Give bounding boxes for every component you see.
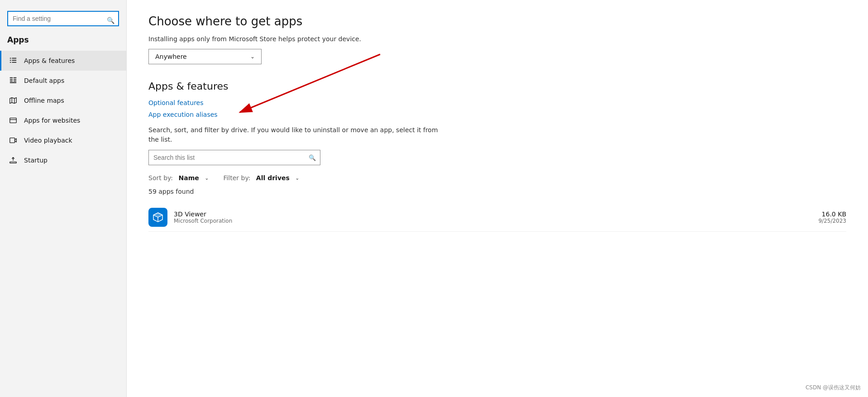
video-icon [9, 136, 18, 145]
sidebar-item-label: Video playback [24, 137, 72, 144]
sort-label: Sort by: [148, 174, 173, 182]
svg-rect-4 [10, 62, 11, 63]
svg-marker-17 [153, 213, 162, 217]
sidebar-item-label: Apps for websites [24, 117, 80, 124]
chevron-down-icon: ⌄ [250, 53, 255, 60]
filter-label: Filter by: [223, 174, 250, 182]
svg-rect-2 [10, 60, 11, 61]
svg-rect-9 [14, 77, 16, 78]
search-box-area: 🔍 [0, 7, 126, 35]
app-info: 3D Viewer Microsoft Corporation [174, 210, 812, 224]
app-date: 9/25/2023 [818, 218, 846, 224]
sidebar-item-video-playback[interactable]: Video playback [0, 130, 126, 150]
sort-chevron-icon: ⌄ [205, 175, 209, 181]
sidebar-item-offline-maps[interactable]: Offline maps [0, 91, 126, 110]
svg-rect-0 [10, 58, 11, 59]
apps-description: Search, sort, and filter by drive. If yo… [148, 125, 438, 144]
sort-value: Name [178, 174, 199, 182]
apps-found-count: 59 apps found [148, 188, 846, 195]
apps-features-section-title: Apps & features [148, 81, 846, 92]
sidebar: 🔍 Apps Apps & features [0, 0, 127, 397]
sidebar-item-default-apps[interactable]: Default apps [0, 71, 126, 91]
website-icon [9, 116, 18, 125]
search-list-wrapper: 🔍 [148, 150, 320, 165]
filter-by-control[interactable]: Filter by: All drives ⌄ [223, 174, 299, 182]
filter-chevron-icon: ⌄ [295, 175, 299, 181]
svg-rect-1 [12, 58, 16, 59]
sort-filter-row: Sort by: Name ⌄ Filter by: All drives ⌄ [148, 174, 846, 182]
default-apps-icon [9, 76, 18, 85]
map-icon [9, 96, 18, 105]
get-apps-dropdown[interactable]: Anywhere ⌄ [148, 49, 262, 64]
subtitle-text: Installing apps only from Microsoft Stor… [148, 35, 846, 43]
sort-by-control[interactable]: Sort by: Name ⌄ [148, 174, 209, 182]
optional-features-link[interactable]: Optional features [148, 99, 846, 106]
svg-rect-12 [10, 82, 16, 83]
app-meta: 16.0 KB 9/25/2023 [818, 210, 846, 224]
search-list-input[interactable] [148, 150, 320, 165]
sidebar-item-startup[interactable]: Startup [0, 150, 126, 170]
svg-rect-5 [12, 62, 16, 63]
svg-rect-11 [14, 81, 16, 81]
app-execution-link[interactable]: App execution aliases [148, 111, 846, 118]
svg-rect-7 [10, 79, 13, 80]
sidebar-item-label: Startup [24, 157, 48, 164]
app-name: 3D Viewer [174, 210, 812, 218]
sidebar-item-label: Offline maps [24, 97, 64, 104]
sidebar-title: Apps [0, 35, 126, 51]
app-size: 16.0 KB [818, 210, 846, 218]
svg-rect-6 [10, 77, 13, 78]
svg-rect-3 [12, 60, 16, 61]
watermark-text: CSDN @误伤这又何妨 [806, 384, 861, 392]
svg-rect-10 [14, 79, 16, 80]
svg-rect-8 [10, 81, 13, 81]
table-row[interactable]: 3D Viewer Microsoft Corporation 16.0 KB … [148, 203, 846, 232]
filter-value: All drives [256, 174, 290, 182]
svg-rect-15 [10, 162, 16, 163]
app-icon-3d-viewer [148, 208, 167, 227]
settings-search-input[interactable] [7, 11, 119, 26]
dropdown-value: Anywhere [155, 53, 187, 60]
main-content-area: Choose where to get apps Installing apps… [127, 0, 868, 397]
startup-icon [9, 156, 18, 165]
sidebar-item-apps-features[interactable]: Apps & features [0, 51, 126, 71]
app-publisher: Microsoft Corporation [174, 218, 812, 224]
list-icon [9, 56, 18, 65]
sidebar-item-label: Apps & features [24, 57, 75, 64]
sidebar-item-apps-websites[interactable]: Apps for websites [0, 110, 126, 130]
sidebar-item-label: Default apps [24, 77, 64, 84]
svg-rect-14 [10, 138, 15, 143]
svg-rect-13 [10, 118, 16, 123]
page-title: Choose where to get apps [148, 14, 846, 28]
main-content: Choose where to get apps Installing apps… [127, 0, 868, 246]
